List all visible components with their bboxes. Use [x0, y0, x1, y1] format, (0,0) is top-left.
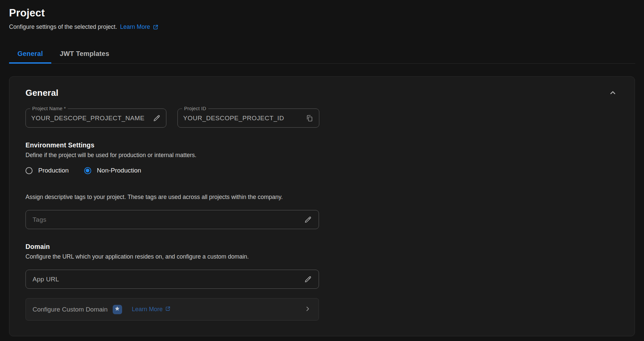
domain-heading: Domain	[25, 243, 619, 251]
tab-jwt-templates-label: JWT Templates	[60, 50, 109, 57]
pencil-icon	[304, 279, 312, 284]
star-icon	[114, 306, 120, 313]
tab-general-label: General	[17, 50, 43, 57]
domain-section: Domain Configure the URL which your appl…	[25, 243, 619, 321]
external-link-icon	[153, 24, 159, 30]
environment-settings-heading: Environment Settings	[25, 141, 619, 149]
radio-production-circle[interactable]	[25, 167, 33, 174]
chevron-right-icon	[304, 305, 311, 314]
radio-production[interactable]: Production	[25, 167, 69, 174]
copy-project-id-button[interactable]	[305, 114, 314, 123]
environment-radio-group: Production Non-Production	[25, 167, 619, 174]
project-id-label: Project ID	[182, 106, 208, 111]
tab-jwt-templates[interactable]: JWT Templates	[51, 45, 118, 63]
tags-section: Assign descriptive tags to your project.…	[25, 194, 619, 229]
app-url-input[interactable]	[33, 276, 303, 283]
tab-general[interactable]: General	[9, 45, 51, 63]
project-id-field: Project ID	[177, 109, 319, 128]
configure-custom-domain-row[interactable]: Configure Custom Domain Learn More	[25, 298, 319, 321]
custom-domain-learn-more-label: Learn More	[132, 306, 163, 313]
page-title: Project	[9, 7, 635, 19]
project-name-label: Project Name *	[30, 106, 68, 111]
radio-non-production[interactable]: Non-Production	[84, 167, 141, 174]
radio-production-label: Production	[38, 167, 69, 174]
page-subtitle-text: Configure settings of the selected proje…	[9, 23, 117, 30]
app-url-field	[25, 270, 319, 289]
tags-description: Assign descriptive tags to your project.…	[25, 194, 619, 201]
radio-non-production-circle[interactable]	[84, 167, 91, 174]
domain-description: Configure the URL which your application…	[25, 253, 619, 260]
page-subtitle: Configure settings of the selected proje…	[9, 23, 635, 30]
project-fields-row: Project Name * Project ID	[25, 109, 619, 128]
learn-more-label: Learn More	[120, 23, 150, 30]
copy-icon	[306, 118, 314, 123]
card-title: General	[25, 88, 58, 98]
project-id-input[interactable]	[183, 115, 305, 122]
tags-field	[25, 210, 319, 229]
general-settings-card: General Project Name *	[9, 76, 635, 336]
collapse-section-button[interactable]	[607, 87, 619, 98]
environment-settings-description: Define if the project will be used for p…	[25, 152, 619, 159]
pencil-icon	[304, 220, 312, 225]
radio-non-production-label: Non-Production	[97, 167, 141, 174]
project-name-field: Project Name *	[25, 109, 166, 128]
environment-settings-section: Environment Settings Define if the proje…	[25, 141, 619, 174]
card-header: General	[25, 87, 619, 98]
chevron-up-icon	[608, 93, 617, 98]
external-link-icon	[165, 306, 171, 313]
edit-tags-button[interactable]	[303, 215, 313, 224]
learn-more-link[interactable]: Learn More	[120, 23, 159, 30]
edit-project-name-button[interactable]	[152, 114, 161, 123]
premium-star-badge	[113, 305, 122, 314]
pencil-icon	[153, 118, 161, 123]
project-name-input[interactable]	[31, 115, 152, 122]
tab-bar: General JWT Templates	[9, 45, 635, 64]
project-settings-page: Project Configure settings of the select…	[9, 0, 635, 336]
custom-domain-learn-more-link[interactable]: Learn More	[132, 306, 171, 313]
configure-custom-domain-label: Configure Custom Domain	[33, 306, 108, 313]
edit-app-url-button[interactable]	[303, 275, 313, 284]
tags-input[interactable]	[33, 216, 303, 223]
